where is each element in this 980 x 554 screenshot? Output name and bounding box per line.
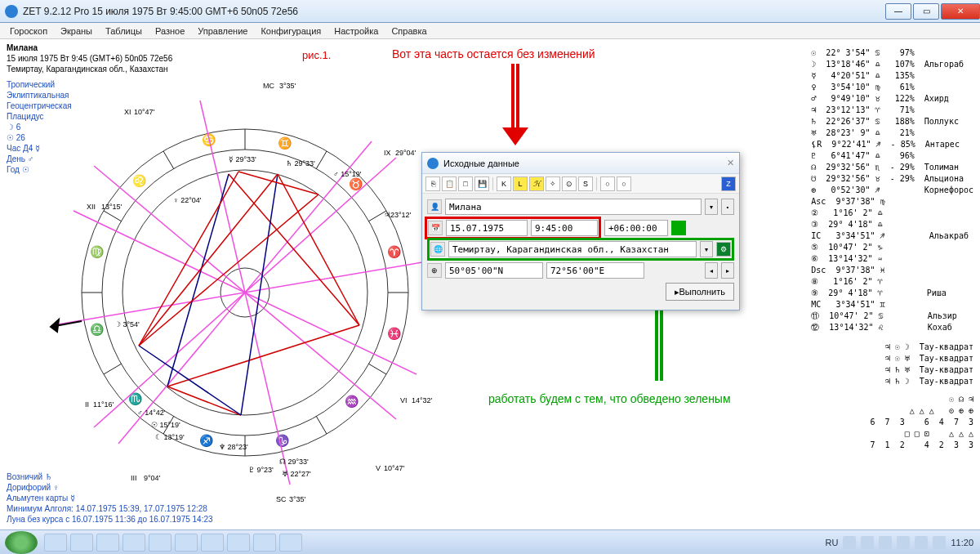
execute-button[interactable]: ▸ Выполнить <box>666 283 734 301</box>
tb-copy[interactable]: ⎘ <box>425 176 440 191</box>
dialog-close-button[interactable]: ✕ <box>727 158 734 168</box>
algol-min: Минимум Алголя: 14.07.1975 15:39, 17.07.… <box>7 503 213 514</box>
tray-icon[interactable] <box>915 536 928 549</box>
maximize-button[interactable]: ▭ <box>913 3 939 20</box>
tray-icon[interactable] <box>843 536 856 549</box>
voznichy: Возничий ♄ <box>7 471 213 482</box>
date-input[interactable] <box>446 220 528 236</box>
tb-h[interactable]: ℋ <box>529 176 544 191</box>
menu-settings[interactable]: Настройка <box>327 25 385 38</box>
name-icon: 👤 <box>427 199 442 214</box>
task-icon[interactable] <box>253 534 276 552</box>
tb-l[interactable]: L <box>513 176 528 191</box>
tb-s[interactable]: S <box>578 176 593 191</box>
svg-text:29°04': 29°04' <box>395 149 416 157</box>
task-icon[interactable] <box>201 534 224 552</box>
svg-text:V: V <box>376 464 381 472</box>
tray-icon[interactable] <box>897 536 910 549</box>
aspect-row: ♃ ☉ ☽ Тау-квадрат <box>811 342 973 353</box>
natal-place: Темиртау, Карагандинская обл., Казахстан <box>7 64 172 74</box>
tb-k[interactable]: K <box>497 176 511 191</box>
tb-paste[interactable]: 📋 <box>442 176 457 191</box>
prow: ☉ 22° 3'54" ♋ 97% <box>811 47 973 59</box>
natal-name: Милана <box>7 43 38 52</box>
task-icon[interactable] <box>175 534 198 552</box>
bottom-grid: ☉ ☊ ♃ △ △ △ ⊙ ⊕ ⊕ 6 7 3 6 4 7 3 □ □ ⊡ △ … <box>811 394 973 451</box>
tb-new[interactable]: □ <box>458 176 473 191</box>
dialog-titlebar[interactable]: Исходные данные ✕ <box>422 153 739 174</box>
task-icon[interactable] <box>122 534 145 552</box>
place-map-button[interactable]: ⚙ <box>716 242 731 257</box>
lon-input[interactable] <box>546 262 644 279</box>
coord-prev[interactable]: ◂ <box>705 262 718 279</box>
tb-v[interactable]: ✧ <box>546 176 560 191</box>
prow: ☿ 4°20'51" ♎ 135% <box>811 70 973 82</box>
menu-horoscope[interactable]: Гороскоп <box>3 25 54 38</box>
menu-help[interactable]: Справка <box>385 25 433 38</box>
tz-color-indicator[interactable] <box>671 221 686 235</box>
svg-text:♂ 15°19': ♂ 15°19' <box>333 170 362 178</box>
tray-icon[interactable] <box>933 536 946 549</box>
prow: ♇ 6°41'47" ♎ 96% <box>811 150 973 162</box>
start-button[interactable] <box>5 531 38 554</box>
dialog-title: Исходные данные <box>443 159 519 168</box>
name-clear[interactable]: • <box>721 199 734 215</box>
coord-icon: ⊕ <box>427 263 442 278</box>
svg-marker-35 <box>51 319 59 332</box>
prow: ⑥ 13°14'32" ♒ <box>811 253 973 265</box>
menu-config[interactable]: Конфигурация <box>254 25 327 38</box>
place-icon: 🌐 <box>430 242 445 257</box>
svg-text:☉ 15°19': ☉ 15°19' <box>151 421 180 429</box>
close-button[interactable]: ✕ <box>941 3 980 20</box>
svg-line-5 <box>316 151 327 169</box>
place-dropdown[interactable]: ▾ <box>700 241 713 257</box>
svg-line-36 <box>229 174 359 325</box>
annotation-red-text: Вот эта часть остается без изменений <box>392 47 595 60</box>
menu-control[interactable]: Управление <box>191 25 254 38</box>
tb-save[interactable]: 💾 <box>474 176 489 191</box>
dorifory: Дорифорий ♀ <box>7 482 213 493</box>
svg-text:♐: ♐ <box>199 434 214 448</box>
svg-line-41 <box>139 174 278 346</box>
prow: ⊕ 0°52'30" ♐ Корнефорос <box>811 185 973 196</box>
svg-line-14 <box>104 211 122 221</box>
svg-line-15 <box>163 151 174 169</box>
menu-tables[interactable]: Таблицы <box>99 25 149 38</box>
tray-icon[interactable] <box>861 536 874 549</box>
tb-o1[interactable]: ⊙ <box>562 176 577 191</box>
chart-footer-info: Возничий ♄ Дорифорий ♀ Альмутен карты ☿ … <box>7 471 213 525</box>
tb-o3[interactable]: ○ <box>617 176 631 191</box>
name-dropdown[interactable]: ▾ <box>705 199 718 215</box>
task-icon[interactable] <box>227 534 250 552</box>
prow: ⑪ 10°47' 2" ♋ Альзир <box>811 311 973 322</box>
menu-screens[interactable]: Экраны <box>54 25 99 38</box>
place-input[interactable] <box>448 241 697 257</box>
window-title: ZET 9.2.12 Pro 15 июля 1975 Вт 9:45:00 G… <box>23 6 884 17</box>
clock[interactable]: 11:20 <box>951 538 973 547</box>
lang-indicator[interactable]: RU <box>826 538 839 547</box>
prow: ⑧ 1°16' 2" ♈ <box>811 276 973 288</box>
time-input[interactable] <box>531 220 598 236</box>
lat-input[interactable] <box>445 262 543 279</box>
minimize-button[interactable]: — <box>885 3 911 20</box>
tb-o2[interactable]: ○ <box>600 176 615 191</box>
svg-text:SC: SC <box>276 495 287 503</box>
annotation-green-text: работать будем с тем, что обведено зелен… <box>488 392 731 405</box>
tray-icon[interactable] <box>879 536 892 549</box>
svg-text:XII: XII <box>87 203 96 211</box>
coord-next[interactable]: ▸ <box>721 262 734 279</box>
system-tray: RU 11:20 <box>826 536 980 549</box>
dialog-icon <box>427 158 439 169</box>
task-icon[interactable] <box>279 534 302 552</box>
prow: ☽ 13°18'46" ♎ 107% Альгораб <box>811 59 973 70</box>
menu-misc[interactable]: Разное <box>149 25 191 38</box>
task-icon[interactable] <box>149 534 172 552</box>
prow: ☊ 29°32'56" ♏ - 29% Толиман <box>811 162 973 173</box>
task-icon[interactable] <box>44 534 67 552</box>
task-icon[interactable] <box>96 534 119 552</box>
task-icon[interactable] <box>70 534 93 552</box>
name-input[interactable] <box>445 199 702 215</box>
tb-z[interactable]: Z <box>721 176 736 191</box>
tz-input[interactable] <box>604 220 668 236</box>
svg-text:♊: ♊ <box>278 136 292 150</box>
